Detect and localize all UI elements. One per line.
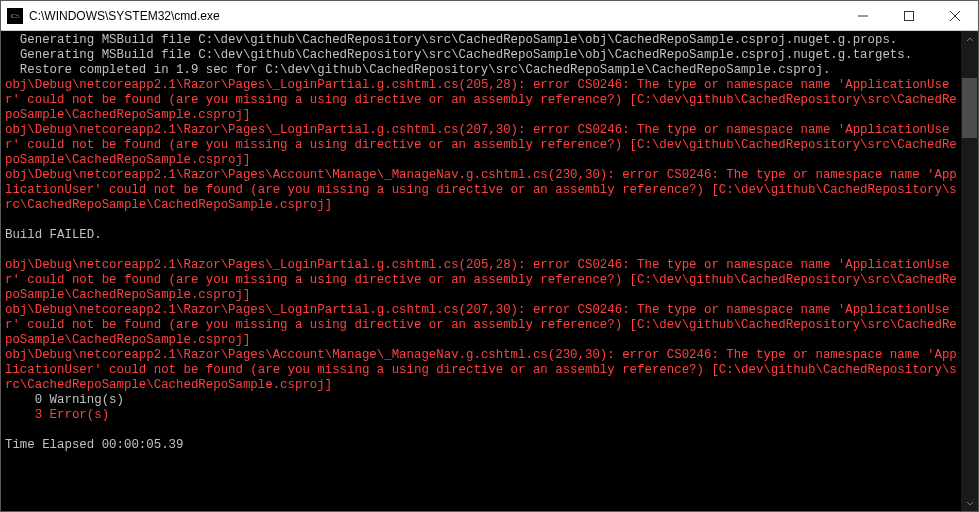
close-button[interactable] bbox=[932, 1, 978, 30]
terminal-output: Generating MSBuild file C:\dev\github\Ca… bbox=[1, 31, 961, 455]
terminal-line: 3 Error(s) bbox=[5, 408, 109, 422]
terminal-line: obj\Debug\netcoreapp2.1\Razor\Pages\Acco… bbox=[5, 168, 957, 212]
terminal-line: Generating MSBuild file C:\dev\github\Ca… bbox=[5, 48, 912, 62]
terminal-line: obj\Debug\netcoreapp2.1\Razor\Pages\_Log… bbox=[5, 123, 957, 167]
minimize-icon bbox=[858, 11, 868, 21]
maximize-button[interactable] bbox=[886, 1, 932, 30]
terminal-line: obj\Debug\netcoreapp2.1\Razor\Pages\Acco… bbox=[5, 348, 957, 392]
terminal-line: obj\Debug\netcoreapp2.1\Razor\Pages\_Log… bbox=[5, 303, 957, 347]
maximize-icon bbox=[904, 11, 914, 21]
terminal-scrollbar[interactable] bbox=[961, 31, 978, 511]
chevron-down-icon bbox=[966, 499, 974, 507]
scrollbar-up-button[interactable] bbox=[961, 31, 978, 48]
terminal-line: Generating MSBuild file C:\dev\github\Ca… bbox=[5, 33, 897, 48]
terminal-line: obj\Debug\netcoreapp2.1\Razor\Pages\_Log… bbox=[5, 258, 957, 302]
titlebar[interactable]: C:\ C:\WINDOWS\SYSTEM32\cmd.exe bbox=[1, 1, 978, 31]
terminal-line: Build FAILED. bbox=[5, 228, 102, 242]
scrollbar-down-button[interactable] bbox=[961, 494, 978, 511]
terminal-line: Restore completed in 1.9 sec for C:\dev\… bbox=[5, 63, 830, 78]
terminal-line: 0 Warning(s) bbox=[5, 393, 124, 407]
cmd-icon: C:\ bbox=[7, 8, 23, 24]
window-controls bbox=[840, 1, 978, 30]
window-title: C:\WINDOWS\SYSTEM32\cmd.exe bbox=[29, 9, 840, 23]
terminal-area[interactable]: Generating MSBuild file C:\dev\github\Ca… bbox=[1, 31, 978, 511]
chevron-up-icon bbox=[966, 36, 974, 44]
scrollbar-thumb[interactable] bbox=[962, 78, 977, 138]
close-icon bbox=[950, 11, 960, 21]
terminal-line: Time Elapsed 00:00:05.39 bbox=[5, 438, 183, 452]
minimize-button[interactable] bbox=[840, 1, 886, 30]
terminal-line: obj\Debug\netcoreapp2.1\Razor\Pages\_Log… bbox=[5, 78, 957, 122]
svg-text:C:\: C:\ bbox=[11, 12, 20, 20]
svg-rect-3 bbox=[905, 11, 914, 20]
